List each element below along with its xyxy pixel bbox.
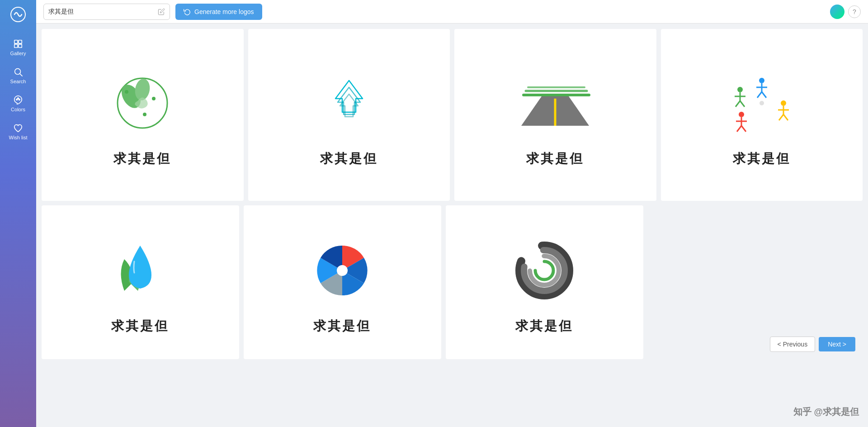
svg-line-32 — [779, 114, 783, 120]
logo-card-1[interactable]: 求其是但 — [42, 29, 244, 201]
sidebar-item-gallery[interactable]: Gallery — [0, 33, 36, 62]
logo-icon-1 — [106, 67, 179, 139]
logo-text-2: 求其是但 — [320, 150, 378, 167]
sidebar-item-search[interactable]: Search — [0, 62, 36, 90]
logo-icon-7 — [508, 234, 580, 307]
pagination-area: < Previous Next > — [648, 205, 863, 359]
logo-text-3: 求其是但 — [526, 150, 584, 167]
svg-point-45 — [337, 265, 348, 276]
gallery-label: Gallery — [10, 51, 26, 56]
user-avatar — [830, 5, 844, 19]
search-label: Search — [10, 79, 26, 84]
topbar-right: ? — [830, 5, 861, 19]
refresh-icon — [184, 8, 191, 15]
logo-card-5[interactable]: 求其是但 — [42, 205, 239, 359]
svg-point-13 — [125, 90, 128, 94]
svg-line-42 — [736, 101, 740, 107]
svg-line-43 — [740, 101, 745, 107]
svg-line-6 — [20, 74, 22, 76]
svg-point-44 — [760, 101, 764, 105]
logo-grid-top: 求其是但 求其是但 — [42, 29, 863, 201]
pagination: < Previous Next > — [655, 337, 856, 352]
logo-text-1: 求其是但 — [113, 150, 171, 167]
wishlist-label: Wish list — [9, 135, 28, 140]
sidebar-item-colors[interactable]: Colors — [0, 90, 36, 118]
svg-line-28 — [762, 92, 766, 98]
svg-rect-1 — [14, 40, 18, 43]
previous-button[interactable]: < Previous — [770, 337, 816, 352]
svg-point-8 — [18, 98, 19, 99]
content-area: 求其是但 求其是但 — [36, 24, 868, 427]
svg-point-24 — [759, 78, 764, 83]
logo-icon-2 — [313, 67, 385, 139]
svg-point-29 — [781, 100, 786, 106]
svg-point-14 — [152, 97, 156, 100]
logo-icon-3 — [519, 67, 591, 139]
logo-icon-4 — [726, 67, 798, 139]
svg-line-27 — [757, 92, 762, 98]
logo-text-6: 求其是但 — [313, 318, 371, 335]
svg-point-39 — [737, 87, 743, 92]
svg-rect-4 — [19, 44, 22, 47]
svg-point-15 — [143, 113, 146, 116]
app-logo[interactable] — [8, 5, 28, 24]
search-box — [43, 4, 170, 20]
logo-text-4: 求其是但 — [733, 150, 791, 167]
next-button[interactable]: Next > — [819, 337, 855, 351]
svg-line-38 — [741, 126, 746, 132]
topbar: Generate more logos ? — [36, 0, 868, 24]
logo-icon-6 — [306, 234, 378, 307]
main-area: Generate more logos ? — [36, 0, 868, 427]
colors-label: Colors — [11, 107, 25, 112]
svg-point-7 — [16, 99, 18, 100]
generate-logos-button[interactable]: Generate more logos — [175, 4, 262, 20]
help-button[interactable]: ? — [848, 5, 861, 18]
logo-card-7[interactable]: 求其是但 — [446, 205, 643, 359]
logo-text-7: 求其是但 — [515, 318, 573, 335]
search-input[interactable] — [48, 8, 154, 15]
svg-line-33 — [783, 114, 788, 120]
logo-card-6[interactable]: 求其是但 — [244, 205, 441, 359]
logo-card-4[interactable]: 求其是但 — [661, 29, 863, 201]
logo-text-5: 求其是但 — [111, 318, 169, 335]
logo-icon-5 — [104, 234, 176, 307]
logo-card-2[interactable]: 求其是但 — [248, 29, 450, 201]
svg-marker-16 — [335, 81, 363, 112]
edit-icon — [158, 8, 165, 15]
sidebar: Gallery Search Colors Wish list — [0, 0, 36, 427]
svg-rect-3 — [14, 44, 18, 47]
logo-grid-bottom: 求其是但 — [42, 205, 643, 359]
bottom-section: 求其是但 — [42, 205, 863, 359]
svg-point-9 — [19, 99, 20, 100]
svg-marker-18 — [340, 94, 358, 117]
logo-card-3[interactable]: 求其是但 — [454, 29, 656, 201]
svg-rect-2 — [19, 40, 22, 43]
svg-line-37 — [737, 126, 741, 132]
svg-point-34 — [739, 112, 744, 117]
sidebar-item-wishlist[interactable]: Wish list — [0, 118, 36, 146]
